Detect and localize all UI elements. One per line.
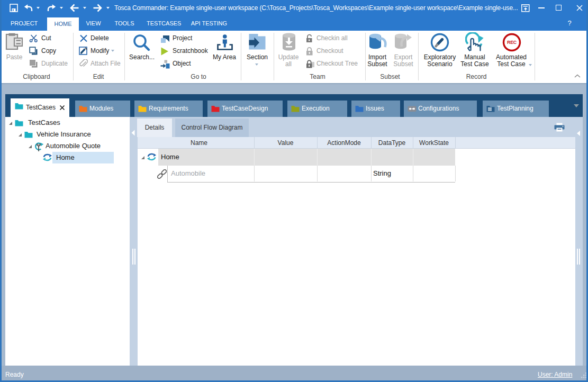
svg-text:REC: REC [507,40,517,45]
